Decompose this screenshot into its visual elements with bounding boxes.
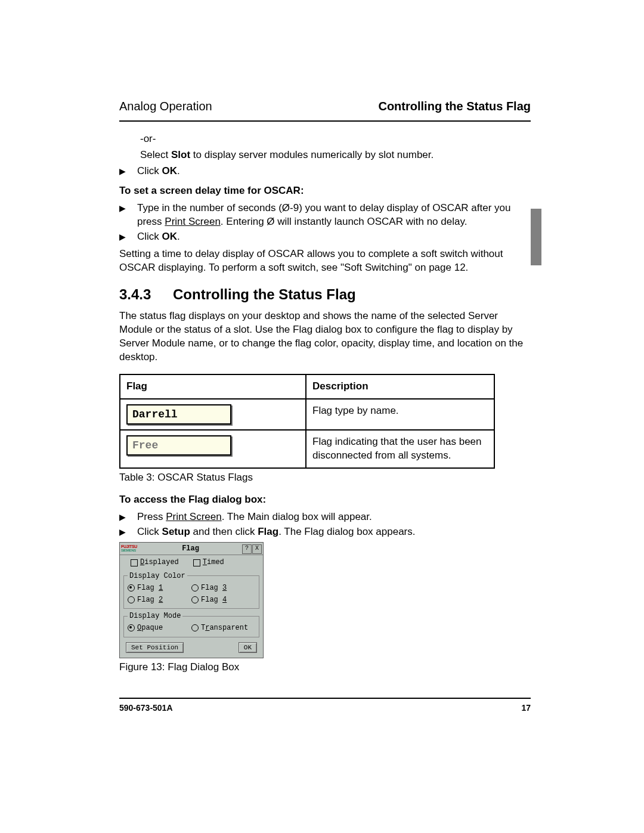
section-paragraph: The status flag displays on your desktop…: [119, 309, 531, 364]
brand-logo: FUJITSU SIEMENS: [121, 544, 137, 553]
delay-note: Setting a time to delay display of OSCAR…: [119, 247, 531, 275]
flag-visual: Free: [126, 435, 231, 456]
bullet-press-printscreen: ▶ Press Print Screen. The Main dialog bo…: [119, 510, 531, 524]
table-row: Free Flag indicating that the user has b…: [120, 430, 494, 468]
doc-number: 590-673-501A: [119, 702, 173, 714]
figure-caption: Figure 13: Flag Dialog Box: [119, 661, 531, 674]
bullet-arrow-icon: ▶: [119, 202, 137, 229]
header-right: Controlling the Status Flag: [378, 98, 531, 114]
flag2-radio[interactable]: Flag 2: [128, 595, 191, 605]
timed-checkbox[interactable]: Timed: [193, 558, 224, 567]
status-flags-table: Flag Description Darrell Flag type by na…: [119, 374, 495, 469]
table-caption: Table 3: OSCAR Status Flags: [119, 471, 531, 485]
flag-dialog: FUJITSU SIEMENS Flag ?X Displayed Timed …: [119, 542, 264, 658]
bullet-arrow-icon: ▶: [119, 510, 137, 524]
bullet-click-ok-2: ▶ Click OK.: [119, 230, 531, 244]
flag-visual: Darrell: [126, 404, 231, 425]
flag3-radio[interactable]: Flag 3: [191, 583, 255, 593]
flag-desc: Flag type by name.: [306, 399, 494, 430]
bullet-arrow-icon: ▶: [119, 165, 137, 178]
display-color-group: Display Color Flag 1 Flag 3 Flag 2 Flag …: [123, 571, 259, 609]
table-row: Darrell Flag type by name.: [120, 399, 494, 430]
opaque-radio[interactable]: Opaque: [128, 623, 191, 633]
or-text: -or-: [140, 132, 531, 146]
section-heading: 3.4.3Controlling the Status Flag: [119, 285, 531, 304]
ok-button[interactable]: OK: [239, 642, 257, 653]
transparent-radio[interactable]: Transparent: [191, 623, 255, 633]
help-button[interactable]: ?: [242, 544, 252, 554]
displayed-checkbox[interactable]: Displayed: [131, 558, 179, 567]
subhead-access-flag: To access the Flag dialog box:: [119, 493, 531, 507]
select-slot-line: Select Slot to display server modules nu…: [140, 148, 531, 162]
th-description: Description: [306, 374, 494, 399]
bullet-click-ok-1: ▶ Click OK.: [119, 165, 531, 178]
flag-desc: Flag indicating that the user has been d…: [306, 430, 494, 468]
flag4-radio[interactable]: Flag 4: [191, 595, 255, 605]
header-left: Analog Operation: [119, 98, 212, 114]
thumb-tab: [531, 209, 541, 265]
page-footer: 590-673-501A 17: [119, 698, 531, 714]
display-mode-group: Display Mode Opaque Transparent: [123, 611, 259, 637]
dialog-title: Flag: [140, 544, 242, 553]
bullet-arrow-icon: ▶: [119, 230, 137, 244]
subhead-set-delay: To set a screen delay time for OSCAR:: [119, 184, 531, 198]
set-position-button[interactable]: Set Position: [126, 642, 184, 653]
bullet-arrow-icon: ▶: [119, 525, 137, 539]
th-flag: Flag: [120, 374, 306, 399]
bullet-type-seconds: ▶ Type in the number of seconds (Ø-9) yo…: [119, 202, 531, 229]
bullet-click-setup-flag: ▶ Click Setup and then click Flag. The F…: [119, 525, 531, 539]
running-header: Analog Operation Controlling the Status …: [119, 98, 531, 122]
flag1-radio[interactable]: Flag 1: [128, 583, 191, 593]
close-button[interactable]: X: [252, 544, 262, 554]
page-number: 17: [521, 702, 531, 714]
